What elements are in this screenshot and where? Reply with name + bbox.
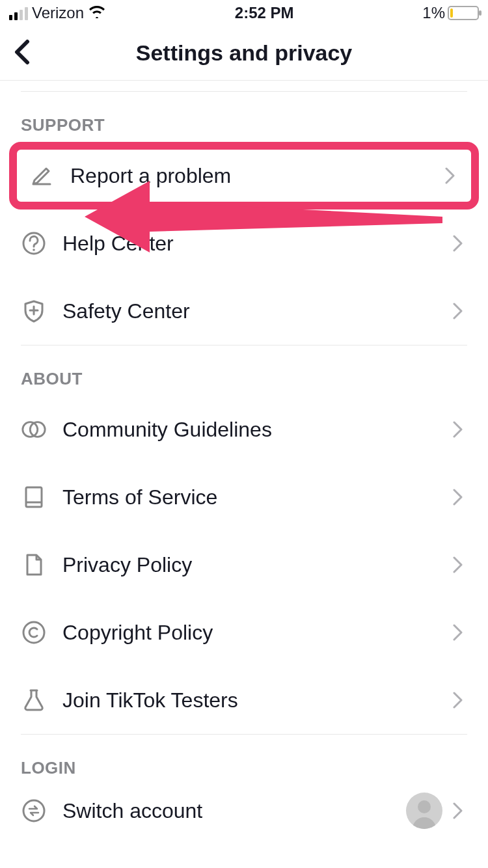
avatar [406, 793, 442, 829]
chevron-right-icon [449, 802, 467, 820]
status-bar: Verizon 2:52 PM 1% [0, 0, 488, 26]
row-switch-account[interactable]: Switch account [0, 785, 488, 837]
highlight-report-problem: Report a problem [9, 142, 479, 210]
section-header-about: ABOUT [0, 346, 488, 396]
svg-rect-5 [26, 487, 42, 507]
row-community-guidelines[interactable]: Community Guidelines [0, 396, 488, 463]
signal-strength-icon [9, 6, 28, 20]
row-privacy[interactable]: Privacy Policy [0, 531, 488, 599]
svg-point-9 [418, 800, 431, 813]
pencil-icon [29, 163, 55, 189]
carrier-label: Verizon [32, 4, 84, 22]
shield-plus-icon [21, 298, 47, 324]
section-header-login: LOGIN [0, 735, 488, 785]
page-title: Settings and privacy [136, 40, 353, 66]
chevron-right-icon [449, 623, 467, 642]
row-label: Report a problem [55, 164, 441, 188]
row-label: Join TikTok Testers [47, 688, 449, 712]
chevron-right-icon [441, 167, 459, 185]
svg-point-8 [23, 800, 44, 821]
chevron-right-icon [449, 302, 467, 320]
chevron-right-icon [449, 488, 467, 506]
flask-icon [21, 687, 47, 713]
section-header-support: SUPPORT [0, 92, 488, 142]
row-label: Copyright Policy [47, 621, 449, 645]
chevron-right-icon [449, 420, 467, 439]
swap-circle-icon [21, 798, 47, 824]
status-right: 1% [422, 4, 479, 22]
status-time: 2:52 PM [235, 4, 294, 22]
status-left: Verizon [9, 4, 106, 22]
wifi-icon [88, 4, 106, 22]
row-label: Privacy Policy [47, 553, 449, 577]
row-label: Safety Center [47, 299, 449, 323]
chevron-left-icon [13, 39, 31, 65]
row-safety-center[interactable]: Safety Center [0, 277, 488, 345]
row-help-center[interactable]: Help Center [0, 210, 488, 277]
copyright-icon [21, 619, 47, 645]
chevron-right-icon [449, 691, 467, 709]
back-button[interactable] [13, 39, 31, 68]
row-testers[interactable]: Join TikTok Testers [0, 666, 488, 734]
row-copyright[interactable]: Copyright Policy [0, 599, 488, 666]
document-icon [21, 552, 47, 578]
chevron-right-icon [449, 556, 467, 574]
chevron-right-icon [449, 234, 467, 252]
row-label: Switch account [47, 799, 406, 823]
row-report-problem[interactable]: Report a problem [17, 150, 471, 202]
circles-icon [21, 416, 47, 442]
battery-icon [448, 6, 479, 20]
question-circle-icon [21, 230, 47, 256]
svg-point-7 [23, 622, 44, 643]
book-icon [21, 484, 47, 510]
svg-point-2 [33, 249, 35, 251]
row-label: Help Center [47, 232, 449, 256]
row-label: Community Guidelines [47, 418, 449, 442]
row-terms[interactable]: Terms of Service [0, 463, 488, 531]
battery-percentage: 1% [422, 4, 445, 22]
row-label: Terms of Service [47, 485, 449, 509]
page-header: Settings and privacy [0, 26, 488, 81]
